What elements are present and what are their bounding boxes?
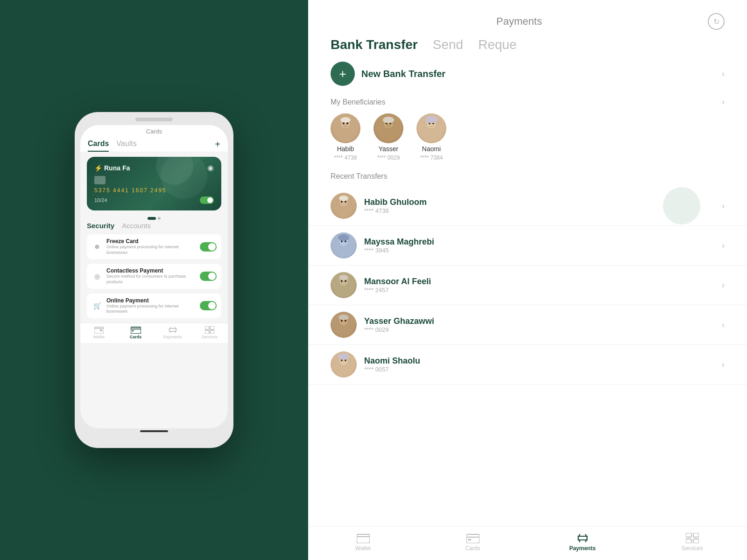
transfer-chevron-habib: ›	[722, 201, 725, 211]
tab-vaults[interactable]: Vaults	[116, 137, 136, 152]
card-toggle[interactable]	[200, 196, 214, 204]
contactless-text: Contactless Payment Secure method for co…	[106, 267, 200, 285]
transfer-item-naomi[interactable]: Naomi Shaolu **** 0057 ›	[308, 345, 747, 385]
online-toggle[interactable]	[200, 301, 217, 310]
right-nav-label-services: Services	[681, 545, 703, 552]
tab-bank-transfer[interactable]: Bank Transfer	[331, 37, 418, 52]
card-widget[interactable]: ⚡ Runa Fa ◉ 5375 4441 1607 2495 10/24	[87, 157, 221, 210]
transfer-chevron-naomi: ›	[722, 360, 725, 370]
beneficiaries-list: Habib **** 4738 Yasser **** 0029	[308, 113, 747, 161]
nav-item-services[interactable]: Services	[191, 326, 228, 339]
right-services-icon	[686, 533, 699, 543]
add-tab-button[interactable]: +	[215, 139, 220, 150]
avatar-yasser	[374, 113, 403, 143]
svg-point-12	[340, 117, 351, 123]
tab-accounts[interactable]: Accounts	[122, 222, 151, 230]
online-desc: Online payment processing for internet b…	[106, 304, 200, 315]
right-cards-icon	[466, 533, 479, 543]
transfer-avatar-naomi	[331, 351, 357, 378]
svg-rect-50	[468, 539, 471, 540]
transfer-avatar-mayssa	[331, 232, 357, 259]
transfer-item-mansoor[interactable]: Mansoor Al Feeli **** 2457 ›	[308, 266, 747, 305]
right-wallet-icon	[357, 533, 370, 543]
ben-account-yasser: **** 0029	[377, 154, 400, 161]
refresh-button[interactable]: ↻	[708, 13, 725, 30]
card-name: ⚡ Runa Fa	[94, 164, 130, 172]
svg-point-32	[338, 234, 349, 241]
contactless-title: Contactless Payment	[106, 267, 200, 274]
right-nav-label-wallet: Wallet	[355, 545, 371, 552]
transfer-chevron-mansoor: ›	[722, 280, 725, 290]
nav-label-cards: Cards	[130, 335, 142, 339]
transfer-item-yasser[interactable]: Yasser Ghazawwi **** 0029 ›	[308, 305, 747, 345]
beneficiaries-title: My Beneficiaries	[331, 98, 385, 106]
right-nav-services[interactable]: Services	[637, 533, 747, 552]
transfer-avatar-habib	[331, 193, 357, 219]
phone-notch	[135, 118, 173, 121]
beneficiary-naomi[interactable]: Naomi **** 7384	[416, 113, 446, 161]
tab-request[interactable]: Reque	[478, 37, 517, 52]
nav-label-wallet: Wallet	[93, 335, 105, 339]
svg-rect-7	[210, 330, 214, 334]
services-icon	[205, 326, 214, 334]
card-indicator-dots	[80, 217, 228, 220]
transfer-name-naomi: Naomi Shaolu	[364, 356, 722, 366]
contactless-toggle[interactable]	[200, 272, 217, 281]
freeze-text: Freeze Card Online payment processing fo…	[106, 238, 200, 255]
security-item-freeze: ❄ Freeze Card Online payment processing …	[87, 234, 221, 259]
svg-point-17	[383, 117, 394, 123]
right-nav-label-cards: Cards	[465, 545, 480, 552]
transfer-account-yasser: **** 0029	[364, 326, 722, 333]
right-nav-payments[interactable]: Payments	[528, 533, 637, 552]
lightning-icon: ⚡	[94, 164, 102, 172]
new-transfer-row[interactable]: + New Bank Transfer ›	[308, 62, 747, 86]
left-panel: Cards Cards Vaults + ⚡ Runa Fa ◉	[0, 0, 308, 560]
beneficiaries-chevron[interactable]: ›	[722, 97, 725, 107]
transfer-account-naomi: **** 0057	[364, 366, 722, 373]
right-nav-wallet[interactable]: Wallet	[308, 533, 418, 552]
ben-name-habib: Habib	[337, 145, 354, 153]
transfer-info-yasser: Yasser Ghazawwi **** 0029	[364, 316, 722, 333]
svg-rect-4	[205, 326, 209, 329]
tab-cards[interactable]: Cards	[88, 137, 109, 152]
payments-title: Payments	[331, 15, 708, 28]
svg-rect-52	[693, 533, 699, 537]
transfer-info-mansoor: Mansoor Al Feeli **** 2457	[364, 277, 722, 294]
transfer-item-mayssa[interactable]: Mayssa Maghrebi **** 3945 ›	[308, 226, 747, 266]
card-chip	[94, 176, 106, 184]
phone-bottom-nav: Wallet Cards Payments	[80, 323, 228, 343]
freeze-icon: ❄	[92, 241, 103, 252]
online-payment-icon: 🛒	[92, 300, 103, 311]
transfer-list: Habib Ghuloom **** 4738 › Mayssa Maghreb…	[308, 186, 747, 526]
recent-transfers-title: Recent Transfers	[308, 172, 747, 181]
transfer-info-naomi: Naomi Shaolu **** 0057	[364, 356, 722, 373]
nav-label-services: Services	[201, 335, 218, 339]
nav-item-cards[interactable]: Cards	[117, 326, 154, 339]
online-text: Online Payment Online payment processing…	[106, 297, 200, 315]
transfer-avatar-yasser	[331, 312, 357, 338]
svg-rect-6	[205, 330, 209, 334]
right-bottom-nav: Wallet Cards Payments	[308, 526, 747, 560]
svg-rect-54	[693, 539, 699, 543]
right-panel: Payments ↻ Bank Transfer Send Reque + Ne…	[308, 0, 747, 560]
online-title: Online Payment	[106, 297, 200, 304]
transfer-item-habib[interactable]: Habib Ghuloom **** 4738 ›	[308, 186, 747, 226]
beneficiary-yasser[interactable]: Yasser **** 0029	[374, 113, 403, 161]
svg-rect-51	[686, 533, 691, 537]
tab-send[interactable]: Send	[433, 37, 463, 52]
right-header: Payments ↻	[308, 0, 747, 37]
nav-label-payments: Payments	[163, 335, 182, 339]
nav-item-wallet[interactable]: Wallet	[80, 326, 117, 339]
freeze-toggle[interactable]	[200, 242, 217, 252]
phone-page-title: Cards	[80, 125, 228, 137]
nav-item-payments[interactable]: Payments	[154, 326, 191, 339]
ben-account-habib: **** 4738	[334, 154, 357, 161]
beneficiary-habib[interactable]: Habib **** 4738	[331, 113, 360, 161]
right-nav-cards[interactable]: Cards	[418, 533, 528, 552]
avatar-habib	[331, 113, 360, 143]
avatar-naomi	[416, 113, 446, 143]
svg-rect-49	[466, 534, 479, 543]
card-expiry: 10/24	[94, 197, 107, 203]
transfer-name-yasser: Yasser Ghazawwi	[364, 316, 722, 326]
tab-security[interactable]: Security	[87, 222, 114, 230]
